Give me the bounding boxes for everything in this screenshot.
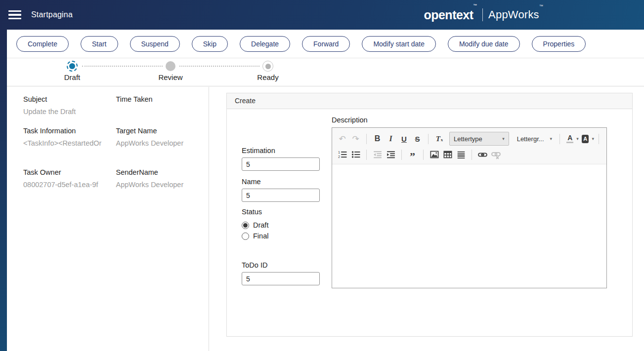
font-family-dropdown[interactable]: Lettertype ▾ [449,132,509,146]
delegate-button[interactable]: Delegate [240,36,290,52]
modify-start-date-button[interactable]: Modify start date [362,36,436,52]
page-title: Startpagina [31,10,73,19]
rich-text-editor: ↶ ↷ B I U S Tx Lettertype ▾ [332,127,607,288]
content-area: Subject Update the Draft Time Taken Task… [7,87,644,351]
insert-image-button[interactable] [428,149,440,161]
create-panel-title: Create [227,93,632,109]
radio-unselected-icon[interactable] [242,233,249,240]
name-input[interactable] [242,189,320,202]
image-icon [430,150,439,159]
step-label-review: Review [158,73,182,81]
numbered-list-icon: 1 2 [338,150,347,159]
sender-name-field: SenderName AppWorks Developer [116,168,209,190]
todo-id-input[interactable] [242,272,320,285]
create-form-fields: Estimation Name Status Draft Final ToDo … [242,147,320,285]
insert-link-button[interactable] [476,149,489,161]
task-owner-field: Task Owner 08002707-d5ef-a1ea-9f [23,168,116,190]
numbered-list-button[interactable]: 1 2 [336,149,348,161]
editor-toolbar: ↶ ↷ B I U S Tx Lettertype ▾ [332,128,606,164]
complete-button[interactable]: Complete [16,36,69,52]
toolbar-separator [559,134,560,144]
toolbar-separator [472,150,472,160]
redo-icon[interactable]: ↷ [349,133,362,145]
description-label: Description [332,116,607,124]
insert-horizontal-line-button[interactable] [455,149,467,161]
brand-appworks: AppWorks™ [488,8,543,21]
step-ready-indicator[interactable] [262,61,273,72]
opentext-appworks-logo: opentext™ AppWorks™ [424,0,543,30]
radio-label: Draft [253,221,268,229]
decrease-indent-icon [373,150,382,159]
target-name-field: Target Name AppWorks Developer [116,127,209,148]
name-label: Name [242,178,320,186]
unlink-icon [491,150,501,159]
final-step-dot-icon [265,64,271,69]
increase-indent-button[interactable] [385,149,397,161]
stepper-connector [179,66,259,67]
step-draft-indicator[interactable] [67,61,78,72]
left-edge-strip [0,30,7,351]
increase-indent-icon [386,150,395,159]
strikethrough-button[interactable]: S [411,133,424,145]
modify-due-date-button[interactable]: Modify due date [448,36,520,52]
radio-label: Final [253,232,268,240]
field-value: <TaskInfo><RestartedOr [23,139,116,148]
blockquote-button[interactable]: ” [406,147,419,163]
hamburger-menu-icon[interactable] [8,10,21,19]
bullet-list-icon [351,150,360,159]
app-header: Startpagina opentext™ AppWorks™ [0,0,644,30]
toolbar-separator [428,134,429,144]
field-label: Task Information [23,127,116,135]
create-form-panel: Create Estimation Name Status Draft Fina… [226,93,633,337]
brand-opentext: opentext™ [424,8,477,22]
suspend-button[interactable]: Suspend [130,36,180,52]
radio-selected-icon[interactable] [242,222,249,229]
insert-table-button[interactable] [441,149,454,161]
active-step-dot-icon [69,63,75,69]
table-icon [443,150,452,159]
step-label-draft: Draft [64,73,81,81]
step-label-ready: Ready [257,73,278,81]
text-color-button[interactable]: A ▾ [566,133,579,145]
trademark-symbol: ™ [473,3,477,8]
font-size-dropdown[interactable]: Lettergr... ▾ [514,132,555,145]
skip-button[interactable]: Skip [192,36,228,52]
chevron-down-icon: ▾ [576,136,579,141]
description-editor-content[interactable] [332,164,606,288]
toolbar-separator [366,134,367,144]
bold-button[interactable]: B [371,133,384,145]
undo-icon[interactable]: ↶ [336,133,348,145]
link-icon [478,150,487,159]
forward-button[interactable]: Forward [302,36,350,52]
field-value: AppWorks Developer [116,181,209,190]
remove-format-button[interactable]: Tx [433,133,445,145]
estimation-input[interactable] [242,157,320,171]
field-value: AppWorks Developer [116,139,209,148]
time-taken-field: Time Taken [116,95,209,117]
text-color-icon: A [566,134,573,143]
subject-field: Subject Update the Draft [23,95,116,117]
start-button[interactable]: Start [81,36,118,52]
task-details-panel: Subject Update the Draft Time Taken Task… [7,87,209,351]
bullet-list-button[interactable] [349,149,362,161]
lifecycle-stepper: Draft Review Ready [7,59,644,86]
font-family-value: Lettertype [454,135,482,143]
task-action-toolbar: Complete Start Suspend Skip Delegate For… [7,30,644,58]
decrease-indent-button[interactable] [371,149,384,161]
underline-button[interactable]: U [398,133,410,145]
estimation-label: Estimation [242,147,320,155]
remove-link-button[interactable] [490,149,502,161]
field-label: Target Name [116,127,209,135]
field-value: Update the Draft [23,108,116,117]
status-option-draft[interactable]: Draft [242,220,320,231]
status-option-final[interactable]: Final [242,231,320,241]
step-review-indicator[interactable] [166,61,175,71]
todo-id-label: ToDo ID [242,261,320,269]
field-label: Task Owner [23,168,116,176]
task-information-field: Task Information <TaskInfo><RestartedOr [23,127,116,148]
background-color-button[interactable]: A ▾ [582,133,594,145]
toolbar-separator [423,150,424,160]
properties-button[interactable]: Properties [532,36,586,52]
status-radio-group: Draft Final [242,220,320,241]
italic-button[interactable]: I [385,133,397,145]
